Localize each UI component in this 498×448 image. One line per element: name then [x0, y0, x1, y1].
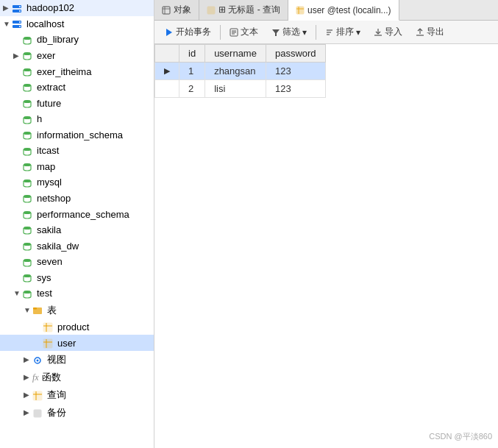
svg-point-39	[24, 274, 31, 277]
sort-button[interactable]: 排序▾	[319, 23, 366, 41]
svg-rect-56	[163, 7, 170, 14]
import-icon	[374, 27, 383, 38]
database-icon	[22, 50, 34, 62]
database-icon	[22, 34, 34, 46]
chevron-icon[interactable]: ▶	[13, 51, 22, 60]
sidebar-item-hadoop102[interactable]: ▶hadoop102	[0, 0, 154, 16]
chevron-icon[interactable]: ▼	[24, 306, 32, 314]
svg-point-11	[24, 52, 31, 55]
database-icon	[22, 129, 34, 141]
sidebar-item-map[interactable]: map	[0, 159, 154, 175]
text-button[interactable]: 文本	[224, 23, 264, 41]
database-icon	[22, 82, 34, 93]
data-area: id username password ▶1zhangsan1232lisi1…	[154, 44, 498, 448]
sidebar-item-label: netshop	[37, 193, 71, 204]
sidebar-item-label: h	[37, 113, 42, 124]
svg-point-23	[24, 148, 31, 151]
sidebar-item-future[interactable]: future	[0, 95, 154, 111]
func-folder-icon: fx	[32, 371, 39, 383]
row-indicator-header	[155, 45, 179, 63]
table-header: id username password	[155, 45, 326, 63]
svg-rect-59	[207, 7, 215, 14]
toolbar-separator	[220, 25, 221, 40]
svg-point-29	[24, 195, 31, 198]
chevron-icon[interactable]: ▶	[3, 4, 12, 12]
sidebar-item-label: seven	[37, 256, 63, 267]
database-icon	[22, 240, 34, 252]
sidebar-item-netshop[interactable]: netshop	[0, 191, 154, 207]
start-transaction-button[interactable]: 开始事务	[159, 23, 217, 41]
tab-2[interactable]: user @test (localin...)	[288, 0, 399, 21]
database-icon	[22, 256, 34, 268]
cell-id: 2	[179, 80, 205, 98]
sidebar-item-product[interactable]: product	[0, 319, 154, 335]
svg-point-17	[24, 100, 31, 103]
import-button[interactable]: 导入	[368, 23, 408, 41]
svg-point-15	[24, 84, 31, 87]
table-icon	[43, 337, 54, 349]
filter-label: 筛选	[282, 26, 300, 38]
cell-password: 123	[266, 80, 325, 98]
table-body: ▶1zhangsan1232lisi123	[155, 63, 326, 98]
filter-button[interactable]: 筛选▾	[266, 23, 313, 41]
sidebar-item-exer_itheima[interactable]: exer_itheima	[0, 63, 154, 79]
sidebar-item-label: 查询	[47, 388, 66, 402]
table-row[interactable]: 2lisi123	[155, 80, 326, 98]
sidebar-item-label: 表	[47, 304, 57, 317]
sidebar-item-information_schema[interactable]: information_schema	[0, 127, 154, 143]
svg-point-3	[19, 10, 21, 12]
sidebar: ▶hadoop102▼localhostdb_library▶exerexer_…	[0, 0, 154, 448]
chevron-icon[interactable]: ▼	[13, 289, 22, 297]
server-icon	[12, 18, 24, 30]
svg-point-6	[19, 21, 21, 23]
sidebar-item-itcast[interactable]: itcast	[0, 143, 154, 159]
sidebar-item-sakila_dw[interactable]: sakila_dw	[0, 238, 154, 254]
sidebar-item-mysql[interactable]: mysql	[0, 174, 154, 191]
chevron-icon[interactable]: ▶	[24, 408, 32, 416]
sidebar-item-label: db_library	[37, 34, 79, 45]
tab-label: 对象	[174, 4, 191, 16]
toolbar: 开始事务文本筛选▾排序▾导入导出	[154, 21, 498, 44]
svg-point-41	[24, 291, 31, 294]
tab-0[interactable]: 对象	[154, 0, 199, 20]
chevron-icon[interactable]: ▶	[24, 355, 32, 363]
chevron-icon[interactable]: ▼	[3, 20, 12, 28]
sidebar-item-label: extract	[37, 82, 65, 93]
sidebar-item-exer[interactable]: ▶exer	[0, 48, 154, 64]
col-username: username	[205, 45, 266, 63]
tab-1[interactable]: ⊞ 无标题 - 查询	[199, 0, 288, 20]
sidebar-item-label: hadoop102	[26, 2, 74, 13]
sidebar-item-label: itcast	[37, 145, 59, 156]
sidebar-item-视图[interactable]: ▶视图	[0, 351, 154, 369]
sidebar-item-seven[interactable]: seven	[0, 254, 154, 270]
table-row[interactable]: ▶1zhangsan123	[155, 63, 326, 80]
export-button[interactable]: 导出	[410, 23, 450, 41]
database-icon	[22, 193, 34, 205]
sidebar-item-label: user	[57, 338, 76, 349]
sidebar-item-extract[interactable]: extract	[0, 79, 154, 96]
sidebar-item-performance_schema[interactable]: performance_schema	[0, 206, 154, 222]
start-transaction-label: 开始事务	[176, 26, 211, 38]
tab-query-icon	[207, 5, 216, 15]
svg-rect-47	[43, 339, 52, 348]
sidebar-item-test[interactable]: ▼test	[0, 285, 154, 302]
sidebar-item-user[interactable]: user	[0, 335, 154, 351]
sidebar-item-localhost[interactable]: ▼localhost	[0, 16, 154, 32]
database-icon	[22, 161, 34, 173]
svg-rect-55	[34, 410, 41, 417]
chevron-icon[interactable]: ▶	[24, 373, 32, 381]
sidebar-item-表[interactable]: ▼表	[0, 302, 154, 319]
sidebar-item-sys[interactable]: sys	[0, 270, 154, 286]
sidebar-item-db_library[interactable]: db_library	[0, 32, 154, 48]
sidebar-item-备份[interactable]: ▶备份	[0, 404, 154, 422]
sidebar-item-h[interactable]: h	[0, 111, 154, 127]
sidebar-item-查询[interactable]: ▶查询	[0, 386, 154, 404]
chevron-icon[interactable]: ▶	[24, 391, 32, 399]
database-icon	[22, 208, 34, 220]
sidebar-item-函数[interactable]: ▶fx函数	[0, 369, 154, 386]
svg-rect-44	[43, 323, 52, 332]
sidebar-item-sakila[interactable]: sakila	[0, 222, 154, 238]
export-label: 导出	[427, 26, 444, 38]
tab-bar: 对象⊞ 无标题 - 查询user @test (localin...)	[154, 0, 498, 21]
sidebar-item-label: mysql	[37, 177, 62, 188]
